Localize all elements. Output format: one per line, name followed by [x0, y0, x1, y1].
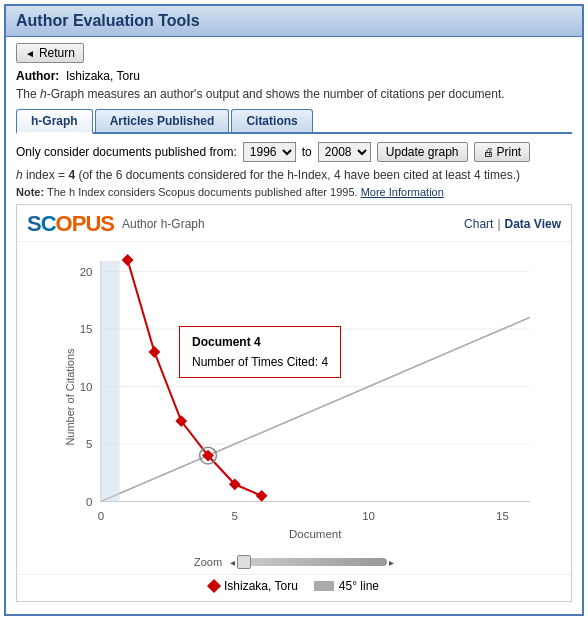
chart-svg: 0 5 10 15 20	[59, 246, 561, 548]
svg-text:10: 10	[362, 510, 375, 522]
author-name: Ishizaka, Toru	[66, 69, 140, 83]
legend-author: Ishizaka, Toru	[209, 579, 298, 593]
main-container: Author Evaluation Tools Return Author: I…	[4, 4, 584, 616]
zoom-left-arrow: ◂	[230, 557, 235, 568]
svg-rect-17	[122, 254, 134, 266]
legend-diamond-icon	[207, 579, 221, 593]
filter-row: Only consider documents published from: …	[16, 142, 572, 162]
more-information-link[interactable]: More Information	[361, 186, 444, 198]
legend-line-label: 45° line	[339, 579, 379, 593]
note-row: Note: The h Index considers Scopus docum…	[16, 186, 572, 198]
author-line: Author: Ishizaka, Toru	[16, 69, 572, 83]
tooltip-detail: Number of Times Cited: 4	[192, 355, 328, 369]
zoom-right-arrow: ▸	[389, 557, 394, 568]
scopus-s2: S	[100, 211, 114, 236]
chart-view-links: Chart | Data View	[464, 217, 561, 231]
chart-inner: 0 5 10 15 20	[59, 246, 561, 548]
scopus-c: C	[41, 211, 56, 236]
data-view-link[interactable]: Data View	[505, 217, 561, 231]
to-label: to	[302, 145, 312, 159]
svg-text:Document: Document	[289, 528, 342, 540]
scopus-u: U	[85, 211, 100, 236]
chart-title: Author h-Graph	[122, 217, 205, 231]
hindex-row: h index = 4 (of the 6 documents consider…	[16, 168, 572, 182]
tab-bar: h-Graph Articles Published Citations	[16, 109, 572, 134]
svg-text:0: 0	[86, 496, 92, 508]
legend-row: Ishizaka, Toru 45° line	[17, 574, 571, 601]
tab-articles[interactable]: Articles Published	[95, 109, 230, 132]
svg-text:20: 20	[80, 266, 93, 278]
to-year-select[interactable]: 2008 2007 2006	[318, 142, 371, 162]
filter-prefix: Only consider documents published from:	[16, 145, 237, 159]
chart-area: Number of Citations 0 5 10	[17, 242, 571, 552]
chart-view-link[interactable]: Chart	[464, 217, 493, 231]
tab-hgraph[interactable]: h-Graph	[16, 109, 93, 134]
hindex-suffix: (of the 6 documents considered for the h…	[75, 168, 520, 182]
from-year-select[interactable]: 1996 1997 1998 1999 2000	[243, 142, 296, 162]
svg-rect-24	[101, 261, 120, 502]
note-text: The h Index considers Scopus documents p…	[47, 186, 358, 198]
content-area: Return Author: Ishizaka, Toru The h-Grap…	[6, 37, 582, 614]
note-label: Note:	[16, 186, 44, 198]
chart-header: SCOPUS Author h-Graph Chart | Data View	[17, 205, 571, 242]
page-title: Author Evaluation Tools	[16, 12, 572, 30]
update-graph-button[interactable]: Update graph	[377, 142, 468, 162]
scopus-p: P	[72, 211, 86, 236]
scopus-s: S	[27, 211, 41, 236]
zoom-control: ◂ ▸	[230, 557, 394, 568]
zoom-label: Zoom	[194, 556, 222, 568]
svg-text:10: 10	[80, 381, 93, 393]
tab-citations[interactable]: Citations	[231, 109, 312, 132]
svg-rect-18	[149, 346, 161, 358]
legend-author-label: Ishizaka, Toru	[224, 579, 298, 593]
tooltip-title: Document 4	[192, 335, 328, 349]
page-header: Author Evaluation Tools	[6, 6, 582, 37]
svg-text:5: 5	[86, 438, 92, 450]
h-italic: h	[40, 87, 47, 101]
svg-text:0: 0	[98, 510, 104, 522]
printer-icon: 🖨	[483, 146, 494, 158]
zoom-row: Zoom ◂ ▸	[17, 552, 571, 574]
tooltip: Document 4 Number of Times Cited: 4	[179, 326, 341, 378]
scopus-logo: SCOPUS	[27, 211, 114, 237]
scopus-o1: O	[56, 211, 72, 236]
description: The h-Graph measures an author's output …	[16, 87, 572, 101]
zoom-slider[interactable]	[237, 558, 387, 566]
chart-container: SCOPUS Author h-Graph Chart | Data View …	[16, 204, 572, 602]
svg-text:15: 15	[80, 323, 93, 335]
svg-text:15: 15	[496, 510, 509, 522]
svg-text:5: 5	[231, 510, 237, 522]
return-button[interactable]: Return	[16, 43, 84, 63]
logo-area: SCOPUS Author h-Graph	[27, 211, 205, 237]
zoom-thumb[interactable]	[237, 555, 251, 569]
author-label: Author:	[16, 69, 59, 83]
svg-rect-22	[256, 490, 268, 502]
print-button[interactable]: 🖨 Print	[474, 142, 531, 162]
view-separator: |	[497, 217, 500, 231]
legend-diagonal: 45° line	[314, 579, 379, 593]
h-italic2: h	[16, 168, 23, 182]
legend-line-icon	[314, 581, 334, 591]
